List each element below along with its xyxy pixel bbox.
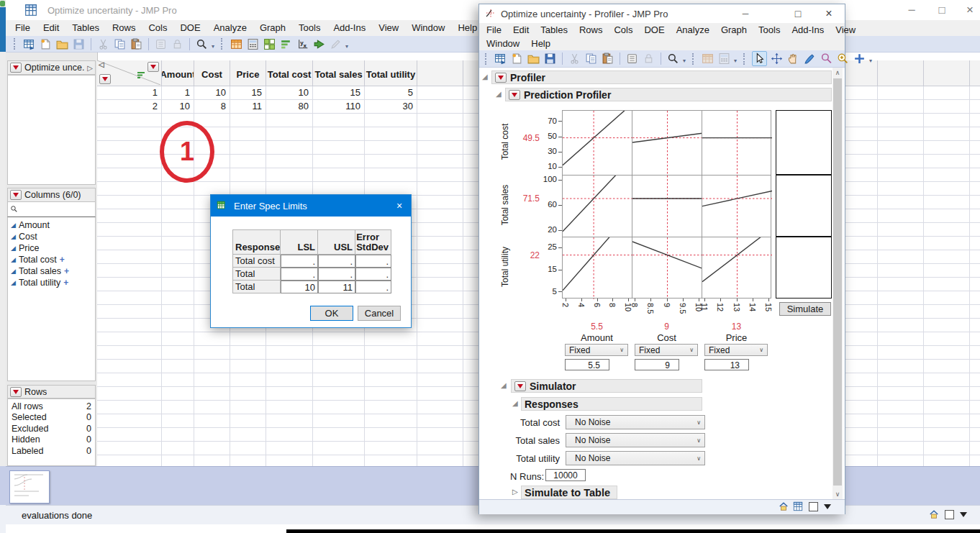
- profiler-menu-file[interactable]: File: [481, 23, 507, 37]
- home-icon[interactable]: [929, 509, 939, 521]
- profiler-menu-analyze[interactable]: Analyze: [671, 23, 715, 37]
- cut-icon[interactable]: [96, 37, 110, 51]
- scroll-down-icon[interactable]: ∨: [832, 489, 843, 499]
- profiler-close-button[interactable]: ×: [816, 4, 842, 22]
- menu-tables[interactable]: Tables: [65, 20, 106, 36]
- factor-setting-dropdown[interactable]: Fixed∨: [704, 344, 768, 356]
- menu-analyze[interactable]: Analyze: [207, 20, 253, 36]
- menu-rows[interactable]: Rows: [106, 20, 142, 36]
- row-state-icon[interactable]: [137, 70, 145, 81]
- data-cell[interactable]: 5: [365, 86, 417, 100]
- grid-orange-icon[interactable]: [701, 52, 714, 65]
- columns-search-input[interactable]: [7, 202, 96, 217]
- collapse-icon-profiler[interactable]: ◢: [482, 73, 488, 81]
- prediction-profiler-menu-button[interactable]: [509, 90, 520, 100]
- toolbar-overflow-icon[interactable]: ▾: [683, 58, 686, 64]
- grid-column-header[interactable]: Total cost: [266, 60, 313, 86]
- copy-icon[interactable]: [584, 52, 598, 65]
- noise-dropdown[interactable]: No Noise∨: [566, 451, 705, 465]
- ok-button[interactable]: OK: [310, 306, 353, 321]
- save-icon[interactable]: [543, 52, 557, 65]
- simulate-button[interactable]: Simulate: [779, 302, 831, 316]
- folder-icon[interactable]: [55, 37, 69, 51]
- lock-icon[interactable]: [642, 52, 655, 65]
- column-item-total-sales[interactable]: ◢Total sales+: [8, 265, 95, 277]
- menu-graph[interactable]: Graph: [253, 20, 292, 36]
- table-panel-menu-button[interactable]: [10, 63, 22, 73]
- column-item-total-cost[interactable]: ◢Total cost+: [8, 254, 95, 265]
- data-cell[interactable]: 11: [230, 100, 266, 114]
- home-icon[interactable]: [779, 501, 789, 514]
- profiler-menu-add-ins[interactable]: Add-Ins: [786, 23, 830, 37]
- lock-icon[interactable]: [171, 37, 184, 51]
- profiler-status-checkbox[interactable]: [809, 502, 818, 511]
- toolbar-overflow-icon[interactable]: ▾: [345, 43, 348, 50]
- menu-doe[interactable]: DOE: [173, 20, 207, 36]
- scroll-up-icon[interactable]: ∧: [832, 68, 843, 78]
- profiler-cell[interactable]: [702, 175, 771, 237]
- profiler-maximize-button[interactable]: □: [785, 4, 811, 22]
- collapse-icon-prediction-profiler[interactable]: ◢: [496, 91, 502, 98]
- data-cell[interactable]: 110: [313, 100, 365, 114]
- yx-icon[interactable]: yx: [296, 37, 309, 51]
- rows-panel-header[interactable]: Rows: [7, 385, 96, 398]
- simulator-menu-button[interactable]: [514, 381, 526, 391]
- assign-icon[interactable]: [312, 37, 326, 51]
- outline-simulator[interactable]: Simulator: [511, 379, 702, 393]
- status-checkbox[interactable]: [945, 510, 954, 519]
- profiler-cell[interactable]: [562, 175, 632, 237]
- profiler-menu-view[interactable]: View: [830, 23, 861, 37]
- menu-tools[interactable]: Tools: [292, 20, 327, 36]
- toolbar-grip[interactable]: [14, 38, 17, 50]
- data-cell[interactable]: 10: [194, 86, 230, 100]
- minimize-button[interactable]: ─: [899, 0, 925, 19]
- toolbar-grip[interactable]: [221, 38, 224, 50]
- spec-usl-input[interactable]: .: [318, 268, 355, 281]
- profiler-cell[interactable]: [632, 237, 702, 299]
- plus-icon[interactable]: [853, 52, 866, 65]
- menu-cols[interactable]: Cols: [142, 20, 173, 36]
- noise-dropdown[interactable]: No Noise∨: [566, 433, 705, 447]
- menu-file[interactable]: File: [9, 20, 37, 36]
- profiler-window-thumbnail[interactable]: [9, 470, 50, 504]
- zoom-icon[interactable]: [836, 52, 850, 65]
- grid-corner-cell[interactable]: ◁: [97, 60, 162, 86]
- toolbar-overflow-icon[interactable]: ▾: [734, 58, 737, 64]
- spec-stddev-input[interactable]: .: [355, 255, 391, 268]
- menu-add-ins[interactable]: Add-Ins: [327, 20, 372, 36]
- spec-usl-input[interactable]: 11: [318, 281, 355, 293]
- profiler-minimize-button[interactable]: ─: [732, 4, 758, 22]
- journal-icon[interactable]: [154, 37, 168, 51]
- grid-orange-icon[interactable]: [230, 37, 243, 51]
- column-item-cost[interactable]: ◢Cost: [8, 231, 95, 242]
- profiler-cell[interactable]: [562, 110, 632, 175]
- outline-simulate-to-table[interactable]: Simulate to Table: [521, 486, 617, 499]
- dialog-titlebar[interactable]: Enter Spec Limits ×: [211, 195, 411, 217]
- data-cell[interactable]: 80: [266, 100, 313, 114]
- profiler-menu-doe[interactable]: DOE: [638, 23, 670, 37]
- rows-panel-menu-button[interactable]: [10, 387, 22, 397]
- menu-window[interactable]: Window: [405, 20, 451, 36]
- profiler-menu-cols[interactable]: Cols: [608, 23, 638, 37]
- toolbar-grip[interactable]: [692, 53, 696, 65]
- spec-lsl-input[interactable]: 10: [281, 281, 318, 293]
- summary-icon[interactable]: [246, 37, 260, 51]
- rows-menu-button[interactable]: [99, 74, 111, 84]
- toolbar-overflow-icon[interactable]: ▾: [869, 58, 872, 64]
- table-panel-header[interactable]: Optimize unce... ▷: [7, 60, 96, 75]
- magnify-icon[interactable]: [820, 52, 833, 65]
- profiler-cell[interactable]: [702, 237, 771, 299]
- spec-stddev-input[interactable]: .: [355, 281, 391, 293]
- grid-column-header[interactable]: Cost: [194, 60, 230, 86]
- row-number-cell[interactable]: 2: [97, 100, 162, 114]
- toolbar-grip[interactable]: [743, 53, 747, 65]
- summary-icon[interactable]: [717, 52, 731, 65]
- column-item-amount[interactable]: ◢Amount: [8, 219, 95, 231]
- toolbar-overflow-icon[interactable]: ▾: [212, 43, 214, 50]
- collapse-icon-simulate-to-table[interactable]: ▷: [512, 488, 518, 496]
- menu-view[interactable]: View: [372, 20, 405, 36]
- column-item-price[interactable]: ◢Price: [8, 242, 95, 254]
- save-icon[interactable]: [72, 37, 86, 51]
- profiler-cell[interactable]: [632, 175, 702, 237]
- table-new-icon[interactable]: [494, 52, 507, 65]
